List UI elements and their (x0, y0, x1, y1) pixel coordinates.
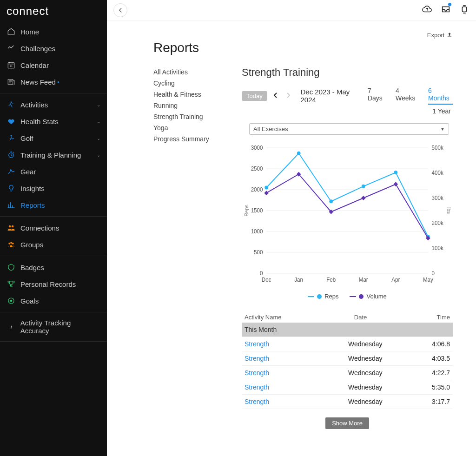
range-tabs: 7 Days4 Weeks6 Months (368, 87, 453, 105)
table-row: Strength Wednesday 3:17.7 (242, 395, 453, 409)
svg-text:i: i (11, 324, 12, 330)
svg-text:0: 0 (432, 270, 435, 276)
activity-name-link[interactable]: Strength (242, 380, 302, 395)
range-tab-1-year[interactable]: 1 Year (432, 107, 451, 115)
bulb-icon (7, 184, 16, 193)
chevron-down-icon: ⌄ (97, 136, 100, 141)
svg-text:1500: 1500 (251, 207, 263, 213)
activity-date: Wednesday (302, 395, 419, 409)
svg-text:lbs: lbs (446, 207, 452, 214)
range-tab-7-days[interactable]: 7 Days (368, 87, 386, 105)
range-tab-4-weeks[interactable]: 4 Weeks (396, 87, 419, 105)
report-nav-cycling[interactable]: Cycling (153, 78, 214, 89)
report-nav-health-fitness[interactable]: Health & Fitness (153, 89, 214, 100)
cloud-sync-icon[interactable] (422, 4, 432, 16)
svg-text:Dec: Dec (262, 277, 271, 283)
table-header-date: Date (302, 312, 419, 323)
date-prev-button[interactable] (272, 92, 280, 99)
sidebar: connect Home Challenges 31 Calendar News… (0, 0, 107, 456)
trophy-icon (7, 279, 16, 289)
chevron-down-icon: ⌄ (97, 119, 100, 124)
activity-name-link[interactable]: Strength (242, 351, 302, 366)
activity-name-link[interactable]: Strength (242, 366, 302, 380)
sidebar-item-reports[interactable]: Reports (0, 197, 107, 213)
range-tab-6-months[interactable]: 6 Months (428, 87, 453, 105)
sidebar-item-golf[interactable]: Golf ⌄ (0, 130, 107, 146)
reports-icon (7, 200, 16, 210)
activity-name-link[interactable]: Strength (242, 395, 302, 409)
table-section-header: This Month (242, 323, 453, 337)
today-button[interactable]: Today (242, 91, 267, 101)
sidebar-item-groups[interactable]: Groups (0, 236, 107, 253)
report-nav-all-activities[interactable]: All Activities (153, 66, 214, 78)
sidebar-item-activity-tracking-accuracy[interactable]: i Activity Tracking Accuracy (0, 315, 107, 338)
notification-dot-icon (448, 3, 451, 6)
info-icon: i (7, 322, 16, 331)
show-more-button[interactable]: Show More (325, 417, 369, 429)
sidebar-item-gear[interactable]: Gear (0, 163, 107, 180)
sidebar-item-news-feed[interactable]: News Feed ● (0, 73, 107, 90)
stopwatch-icon (7, 150, 16, 159)
sidebar-item-health-stats[interactable]: Health Stats ⌄ (0, 113, 107, 130)
svg-text:2000: 2000 (251, 186, 263, 192)
sidebar-item-calendar[interactable]: 31 Calendar (0, 57, 107, 73)
sidebar-item-activities[interactable]: Activities ⌄ (0, 96, 107, 113)
date-controls: Today Dec 2023 - May 2024 7 Days4 Weeks6… (242, 87, 453, 105)
sidebar-item-insights[interactable]: Insights (0, 180, 107, 197)
svg-text:300k: 300k (432, 195, 443, 201)
export-icon (446, 32, 453, 38)
svg-text:0: 0 (260, 270, 263, 276)
activity-time: 3:17.7 (419, 395, 453, 409)
report-nav-yoga[interactable]: Yoga (153, 122, 214, 133)
strength-chart: 0500100015002000250030000100k200k300k400… (242, 139, 453, 292)
svg-text:May: May (423, 277, 433, 283)
collapse-sidebar-button[interactable] (113, 3, 127, 17)
report-nav-running[interactable]: Running (153, 100, 214, 111)
report-nav-progress-summary[interactable]: Progress Summary (153, 133, 214, 145)
activity-date: Wednesday (302, 337, 419, 351)
device-watch-icon[interactable] (459, 4, 469, 16)
legend-volume: Volume (350, 293, 386, 300)
activity-table: Activity NameDateTime This MonthStrength… (242, 312, 453, 409)
sidebar-item-personal-records[interactable]: Personal Records (0, 276, 107, 292)
report-heading: Strength Training (242, 66, 453, 79)
chevron-down-icon: ▼ (440, 126, 445, 132)
svg-point-10 (10, 242, 12, 244)
svg-point-46 (362, 185, 365, 188)
activity-name-link[interactable]: Strength (242, 337, 302, 351)
sidebar-item-home[interactable]: Home (0, 23, 107, 40)
users-icon (7, 223, 16, 232)
report-body: Strength Training Today Dec 2023 - May 2… (242, 66, 453, 429)
date-next-button[interactable] (284, 92, 292, 99)
sidebar-item-training-planning[interactable]: Training & Planning ⌄ (0, 146, 107, 163)
report-nav-strength-training[interactable]: Strength Training (153, 111, 214, 122)
chart-legend: Reps Volume (242, 293, 453, 300)
sidebar-item-label: Calendar (20, 61, 49, 69)
activity-time: 4:03.5 (419, 351, 453, 366)
svg-text:31: 31 (10, 65, 13, 67)
export-button[interactable]: Export (153, 32, 453, 39)
range-tabs-row2: 1 Year (242, 107, 453, 115)
sidebar-item-challenges[interactable]: Challenges (0, 40, 107, 57)
inbox-icon[interactable] (441, 4, 451, 16)
sidebar-item-label: Badges (20, 264, 44, 271)
heart-icon (7, 117, 16, 126)
exercise-select[interactable]: All Exercises ▼ (249, 123, 449, 135)
table-header-activity-name: Activity Name (242, 312, 302, 323)
badge-icon (7, 263, 16, 272)
sidebar-item-connections[interactable]: Connections (0, 219, 107, 236)
svg-text:2500: 2500 (251, 165, 263, 172)
export-label: Export (427, 32, 445, 39)
date-range-label: Dec 2023 - May 2024 (300, 88, 363, 104)
sidebar-item-label: Training & Planning (20, 151, 81, 159)
svg-point-47 (394, 171, 397, 174)
sidebar-item-badges[interactable]: Badges (0, 259, 107, 276)
svg-point-9 (12, 243, 14, 245)
svg-point-4 (11, 135, 12, 136)
svg-rect-53 (394, 182, 398, 186)
report-category-nav: All ActivitiesCyclingHealth & FitnessRun… (153, 66, 214, 429)
sidebar-item-goals[interactable]: Goals (0, 292, 107, 309)
golf-icon (7, 133, 16, 143)
svg-text:400k: 400k (432, 170, 443, 176)
sidebar-item-label: Personal Records (20, 280, 76, 288)
